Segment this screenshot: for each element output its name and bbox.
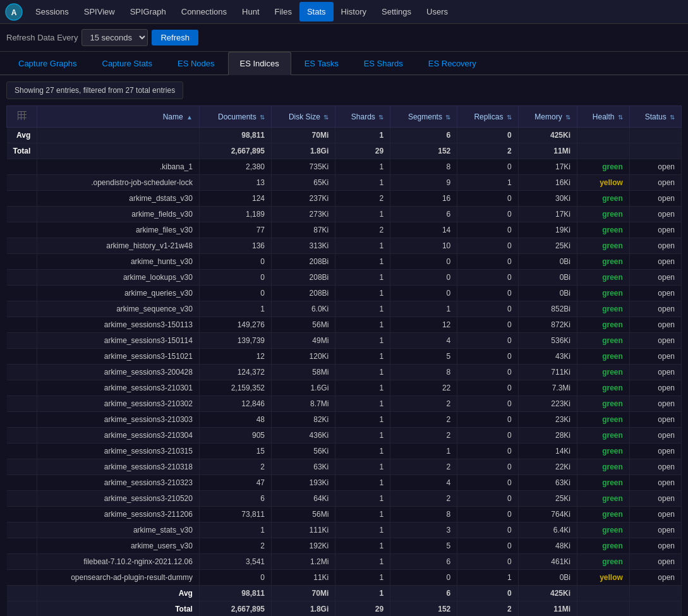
row-health: green [577,475,630,491]
nav-history[interactable]: History [334,2,374,21]
refresh-interval-select[interactable]: 15 seconds 30 seconds 1 minute [81,29,148,46]
row-memory: 852Bi [518,301,577,317]
col-segments[interactable]: Segments ⇅ [390,106,457,128]
row-shards: 1 [335,570,390,586]
row-disk-size: 208Bi [272,254,335,270]
tab-es-tasks[interactable]: ES Tasks [293,52,351,75]
row-shards: 1 [335,365,390,380]
row-documents: 139,739 [199,333,271,349]
avg-docs-top: 98,811 [199,128,271,143]
row-memory: 0Bi [518,570,577,586]
nav-connections[interactable]: Connections [174,2,234,21]
row-shards: 1 [335,238,390,254]
row-health: green [577,554,630,570]
row-disk-size: 56Mi [272,507,335,522]
tab-es-nodes[interactable]: ES Nodes [166,52,227,75]
row-shards: 1 [335,522,390,538]
row-documents: 1 [199,301,271,317]
table-row: .opendistro-job-scheduler-lock 13 65Ki 1… [7,175,682,191]
row-replicas: 0 [457,238,518,254]
table-row: arkime_sessions3-210302 12,846 8.7Mi 1 2… [7,396,682,412]
nav-settings[interactable]: Settings [374,2,419,21]
row-empty [7,191,37,207]
row-disk-size: 1.6Gi [272,380,335,396]
row-name: arkime_files_v30 [37,222,200,238]
col-disk-size[interactable]: Disk Size ⇅ [272,106,335,128]
table-row: arkime_sessions3-210304 905 436Ki 1 2 0 … [7,428,682,444]
col-shards[interactable]: Shards ⇅ [335,106,390,128]
row-status: open [629,444,681,459]
row-health: green [577,238,630,254]
row-disk-size: 82Ki [272,412,335,428]
row-segments: 5 [390,349,457,365]
row-documents: 12 [199,349,271,365]
refresh-button[interactable]: Refresh [152,30,198,45]
row-memory: 0Bi [518,286,577,301]
row-name: arkime_sessions3-151021 [37,349,200,365]
row-memory: 872Ki [518,317,577,333]
col-health[interactable]: Health ⇅ [577,106,630,128]
row-disk-size: 49Mi [272,333,335,349]
row-segments: 16 [390,191,457,207]
table-row: arkime_hunts_v30 0 208Bi 1 0 0 0Bi green… [7,254,682,270]
row-name: .kibana_1 [37,159,200,175]
row-status: open [629,159,681,175]
nav-files[interactable]: Files [267,2,299,21]
tab-es-recovery[interactable]: ES Recovery [416,52,488,75]
row-health: yellow [577,175,630,191]
row-health: green [577,159,630,175]
row-health: green [577,522,630,538]
row-memory: 223Ki [518,396,577,412]
tab-es-indices[interactable]: ES Indices [228,52,291,75]
nav-sessions[interactable]: Sessions [28,2,76,21]
nav-stats[interactable]: Stats [299,2,334,21]
row-memory: 14Ki [518,444,577,459]
row-segments: 0 [390,570,457,586]
row-disk-size: 208Bi [272,270,335,286]
col-memory[interactable]: Memory ⇅ [518,106,577,128]
row-name: .opendistro-job-scheduler-lock [37,175,200,191]
table-row: filebeat-7.10.2-nginx-2021.12.06 3,541 1… [7,554,682,570]
nav-spiview[interactable]: SPIView [76,2,123,21]
row-health: green [577,365,630,380]
row-health: green [577,333,630,349]
row-documents: 0 [199,286,271,301]
row-replicas: 0 [457,222,518,238]
col-icon[interactable] [7,106,37,128]
total-status-top [629,143,681,159]
col-status[interactable]: Status ⇅ [629,106,681,128]
total-memory-top: 11Mi [518,143,577,159]
row-health: green [577,396,630,412]
avg-health-top [577,128,630,143]
nav-users[interactable]: Users [419,2,456,21]
row-disk-size: 56Mi [272,317,335,333]
row-shards: 1 [335,538,390,554]
row-segments: 22 [390,380,457,396]
col-name[interactable]: Name ▲ [37,106,200,128]
tab-capture-stats[interactable]: Capture Stats [90,52,165,75]
avg-memory-top: 425Ki [518,128,577,143]
nav-hunt[interactable]: Hunt [234,2,267,21]
tabs-bar: Capture Graphs Capture Stats ES Nodes ES… [0,52,688,75]
tab-es-shards[interactable]: ES Shards [352,52,415,75]
info-bar: Showing 27 entries, filtered from 27 tot… [6,82,183,99]
row-segments: 8 [390,365,457,380]
col-replicas[interactable]: Replicas ⇅ [457,106,518,128]
row-empty [7,538,37,554]
row-memory: 28Ki [518,428,577,444]
row-disk-size: 735Ki [272,159,335,175]
col-documents[interactable]: Documents ⇅ [199,106,271,128]
row-shards: 1 [335,396,390,412]
row-health: green [577,286,630,301]
row-replicas: 0 [457,491,518,507]
row-empty [7,365,37,380]
row-memory: 48Ki [518,538,577,554]
row-health: green [577,191,630,207]
row-name: arkime_stats_v30 [37,522,200,538]
row-health: green [577,254,630,270]
tab-capture-graphs[interactable]: Capture Graphs [6,52,89,75]
row-empty [7,428,37,444]
row-name: arkime_sessions3-200428 [37,365,200,380]
nav-spigraph[interactable]: SPIGraph [123,2,174,21]
table-row: arkime_sessions3-211206 73,811 56Mi 1 8 … [7,507,682,522]
